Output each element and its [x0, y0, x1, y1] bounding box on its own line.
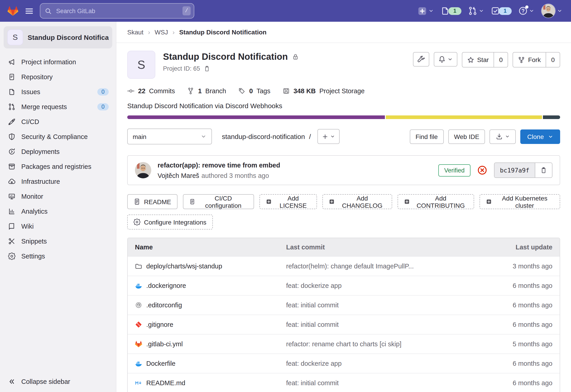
chevron-down-icon — [505, 134, 510, 139]
stat-value: 0 — [249, 87, 253, 95]
web-ide-button[interactable]: Web IDE — [448, 129, 485, 144]
commit-message-link[interactable]: refactor(app): remove time from embed — [157, 162, 280, 169]
sidebar-item-label: Merge requests — [21, 103, 67, 110]
stat-branch[interactable]: 1 Branch — [187, 87, 226, 95]
ci-cd-configuration-button[interactable]: CI/CD configuration — [183, 194, 254, 209]
sidebar-item-wiki[interactable]: Wiki — [0, 219, 116, 234]
stat-label: Commits — [149, 87, 175, 95]
sidebar-item-label: CI/CD — [21, 118, 39, 125]
copy-project-id-button[interactable] — [204, 65, 210, 72]
quick-action-label: README — [144, 198, 171, 205]
file-name-link[interactable]: .editorconfig — [146, 301, 182, 309]
issues-shortcut-button[interactable]: 1 — [439, 5, 463, 17]
merge-requests-menu-button[interactable] — [467, 5, 485, 17]
file-name-link[interactable]: deploy/charts/wsj-standup — [146, 263, 222, 270]
file-name-link[interactable]: README.md — [146, 379, 185, 387]
file-name-link[interactable]: .gitignore — [146, 321, 173, 328]
copy-sha-button[interactable] — [535, 163, 552, 177]
chevron-down-icon — [557, 8, 562, 14]
project-sidebar: S Standup Discord Notificati... Project … — [0, 22, 116, 392]
file-last-commit-link[interactable]: feat: initial commit — [286, 301, 475, 309]
help-menu-button[interactable] — [517, 5, 536, 17]
project-settings-wrench-button[interactable] — [413, 52, 429, 67]
fork-count[interactable]: 0 — [546, 53, 560, 67]
sidebar-item-infrastructure[interactable]: Infrastructure — [0, 174, 116, 189]
chevron-down-icon — [479, 8, 484, 14]
file-last-commit-link[interactable]: refactor(helm): change default ImagePull… — [286, 263, 475, 270]
todos-shortcut-button[interactable]: 1 — [489, 5, 513, 17]
chevron-down-icon — [330, 134, 335, 139]
breadcrumb-item[interactable]: WSJ — [155, 28, 168, 36]
gitlab-logo[interactable] — [7, 5, 19, 16]
user-menu-button[interactable] — [540, 2, 564, 19]
hamburger-menu-button[interactable] — [25, 7, 33, 15]
clone-button[interactable]: Clone — [521, 129, 560, 144]
file-last-update: 6 months ago — [475, 301, 560, 309]
sidebar-item-analytics[interactable]: Analytics — [0, 204, 116, 219]
star-count[interactable]: 0 — [494, 53, 508, 67]
sidebar-item-project-information[interactable]: Project information — [0, 54, 116, 69]
star-button[interactable]: Star 0 — [462, 52, 508, 68]
shield-icon — [8, 133, 15, 140]
verified-badge[interactable]: Verified — [438, 164, 471, 176]
repo-path: standup-discord-notification — [222, 133, 305, 140]
lock-icon — [292, 53, 299, 60]
add-kubernetes-cluster-button[interactable]: Add Kubernetes cluster — [480, 194, 560, 209]
page-title: Standup Discord Notification — [163, 52, 288, 62]
sidebar-item-security-compliance[interactable]: Security & Compliance — [0, 129, 116, 144]
add-contributing-button[interactable]: Add CONTRIBUTING — [398, 194, 474, 209]
project-avatar: S — [127, 51, 155, 79]
add-license-button[interactable]: Add LICENSE — [259, 194, 317, 209]
gitlab-project-page: / 1 1 — [0, 0, 571, 392]
stat-tags[interactable]: 0 Tags — [238, 87, 270, 95]
file-last-commit-link[interactable]: refactor: rename chart to charts [ci ski… — [286, 340, 475, 348]
branch-selector[interactable]: main — [127, 128, 212, 144]
collapse-sidebar-button[interactable]: Collapse sidebar — [0, 371, 116, 392]
sidebar-item-repository[interactable]: Repository — [0, 69, 116, 84]
file-name-link[interactable]: .gitlab-ci.yml — [146, 340, 183, 348]
file-last-commit-link[interactable]: feat: dockerize app — [286, 360, 475, 367]
search-input[interactable] — [55, 7, 179, 15]
commit-author-link[interactable]: Vojtěch Mareš — [157, 172, 199, 179]
quick-action-label: Add LICENSE — [275, 195, 311, 209]
chevron-down-icon — [428, 8, 434, 14]
download-source-button[interactable] — [490, 129, 516, 144]
stat-project-storage[interactable]: 348 KB Project Storage — [283, 87, 365, 95]
notifications-button[interactable] — [434, 52, 457, 67]
readme-button[interactable]: README — [127, 194, 177, 209]
find-file-button[interactable]: Find file — [410, 129, 443, 144]
file-last-commit-link[interactable]: feat: dockerize app — [286, 282, 475, 289]
sidebar-item-ci-cd[interactable]: CI/CD — [0, 114, 116, 129]
file-last-update: 6 months ago — [475, 282, 560, 289]
chevron-down-icon — [200, 134, 206, 140]
rocket-icon — [8, 118, 15, 125]
sidebar-item-packages-and-registries[interactable]: Packages and registries — [0, 159, 116, 174]
table-row: deploy/charts/wsj-standup refactor(helm)… — [128, 256, 560, 276]
breadcrumb-item[interactable]: Skaut — [127, 28, 143, 36]
stat-label: Branch — [205, 87, 226, 95]
add-changelog-button[interactable]: Add CHANGELOG — [323, 194, 392, 209]
pipeline-failed-status-icon[interactable] — [477, 165, 487, 175]
sidebar-item-monitor[interactable]: Monitor — [0, 189, 116, 204]
stat-commits[interactable]: 22 Commits — [127, 87, 175, 95]
sidebar-item-deployments[interactable]: Deployments — [0, 144, 116, 159]
fork-button[interactable]: Fork 0 — [513, 52, 560, 68]
sidebar-project-context[interactable]: S Standup Discord Notificati... — [4, 26, 112, 48]
file-name-link[interactable]: .dockerignore — [146, 282, 186, 289]
sidebar-item-merge-requests[interactable]: Merge requests 0 — [0, 99, 116, 114]
breadcrumb-item[interactable]: Standup Discord Notification — [179, 28, 267, 36]
new-menu-button[interactable] — [416, 5, 435, 17]
file-last-commit-link[interactable]: feat: initial commit — [286, 379, 475, 387]
commit-author-avatar[interactable] — [135, 162, 151, 178]
file-last-commit-link[interactable]: feat: initial commit — [286, 321, 475, 328]
global-search[interactable]: / — [40, 3, 194, 19]
add-file-dropdown-button[interactable] — [317, 129, 339, 144]
file-name-link[interactable]: Dockerfile — [146, 360, 175, 367]
commit-authored-text: authored 3 months ago — [201, 172, 269, 179]
sidebar-item-snippets[interactable]: Snippets — [0, 234, 116, 249]
sidebar-item-settings[interactable]: Settings — [0, 249, 116, 264]
sidebar-item-issues[interactable]: Issues 0 — [0, 84, 116, 99]
configure-integrations-button[interactable]: Configure Integrations — [127, 215, 213, 229]
top-navbar: / 1 1 — [0, 0, 571, 22]
project-header: S Standup Discord Notification Project I… — [127, 51, 560, 79]
